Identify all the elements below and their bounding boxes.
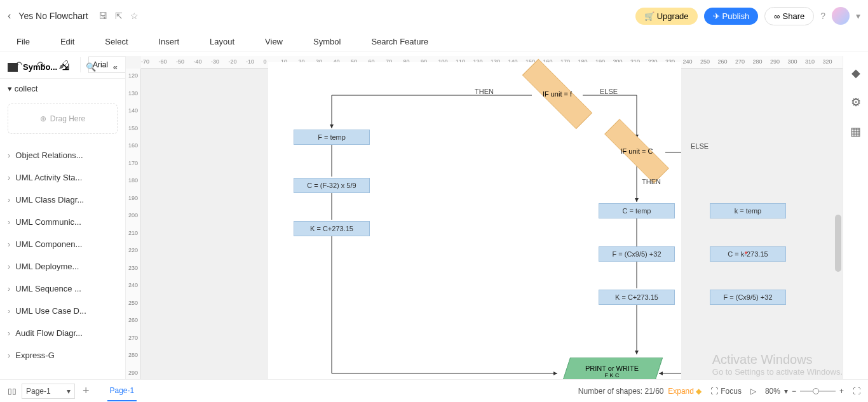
publish-label: Publish (722, 11, 750, 21)
chevron-down-icon[interactable]: ▾ (784, 387, 788, 396)
category-uml-usecase[interactable]: UML Use Case D... (0, 300, 125, 322)
theme-icon[interactable]: ◆ (851, 66, 860, 80)
panel-expand-icon[interactable]: ⇲ (62, 62, 69, 72)
marker-dot (745, 251, 747, 254)
collect-section[interactable]: ▾ collect (0, 79, 125, 98)
cart-icon: 🛒 (644, 11, 654, 21)
zoom-in-button[interactable]: + (839, 387, 844, 396)
back-button[interactable]: ‹ (8, 10, 11, 22)
output-print-write[interactable]: PRINT or WRITEF K C (561, 358, 663, 379)
zoom-slider[interactable] (800, 391, 836, 392)
share-label: Share (783, 11, 805, 21)
ruler-vertical: 1201301401501601701801902002102202302402… (126, 69, 141, 379)
avatar-menu-chevron[interactable]: ▾ (856, 11, 860, 21)
symbol-library-icon (8, 63, 18, 72)
plus-icon: ⊕ (40, 114, 46, 123)
label-else: ELSE (600, 88, 618, 95)
category-audit-flow[interactable]: Audit Flow Diagr... (0, 322, 125, 344)
decision-if-unit-f[interactable]: IF unit = f (519, 75, 595, 113)
collect-label: collect (15, 84, 38, 93)
share-button[interactable]: ∞Share (764, 7, 814, 25)
menu-select[interactable]: Select (105, 37, 128, 46)
process-c-temp[interactable]: C = temp (599, 203, 675, 218)
category-object-relations[interactable]: Object Relations... (0, 144, 125, 166)
category-uml-communic[interactable]: UML Communic... (0, 211, 125, 233)
shape-text: IF unit = f (543, 90, 572, 98)
zoom-handle[interactable] (813, 388, 819, 394)
vertical-scrollbar[interactable] (835, 215, 841, 272)
send-icon: ✈ (713, 11, 720, 21)
play-button[interactable]: ▷ (750, 387, 756, 396)
menu-insert[interactable]: Insert (159, 37, 180, 46)
menu-layout[interactable]: Layout (210, 37, 234, 46)
menu-edit[interactable]: Edit (60, 37, 74, 46)
zoom-value[interactable]: 80% (765, 387, 780, 396)
outline-icon[interactable]: ▯▯ (8, 387, 17, 396)
category-uml-class[interactable]: UML Class Diagr... (0, 189, 125, 211)
search-icon[interactable]: 🔍 (86, 62, 96, 72)
label-then: THEN (475, 88, 494, 95)
process-c-formula2[interactable]: C = k-273.15 (710, 246, 786, 262)
export-icon[interactable]: ⇱ (115, 11, 123, 21)
page-setup-icon[interactable]: ⚙ (851, 95, 861, 109)
upgrade-label: Upgrade (657, 11, 689, 21)
process-k-formula2[interactable]: K = C+273.15 (599, 290, 675, 305)
fullscreen-button[interactable]: ⛶ (853, 387, 860, 396)
save-icon[interactable]: 🖫 (98, 11, 107, 21)
process-k-formula[interactable]: K = C+273.15 (294, 221, 370, 236)
document-title: Yes No Flowchart (18, 11, 88, 21)
diamond-icon: ◆ (696, 387, 702, 396)
focus-icon: ⛶ (710, 387, 718, 396)
category-uml-activity[interactable]: UML Activity Sta... (0, 166, 125, 189)
menu-symbol[interactable]: Symbol (313, 37, 341, 46)
page-select-value: Page-1 (26, 387, 51, 396)
label-then-2: THEN (642, 178, 661, 185)
page-select[interactable]: Page-1▾ (22, 384, 75, 399)
category-uml-sequence[interactable]: UML Sequence ... (0, 278, 125, 300)
process-f-formula[interactable]: F = (Cx9/5) +32 (599, 246, 675, 262)
zoom-out-button[interactable]: − (792, 387, 796, 396)
avatar[interactable] (832, 7, 850, 25)
process-c-formula[interactable]: C = (F-32) x 5/9 (294, 178, 370, 193)
category-uml-component[interactable]: UML Componen... (0, 233, 125, 255)
expand-link[interactable]: Expand (668, 387, 694, 396)
process-k-temp[interactable]: k = temp (710, 203, 786, 218)
process-f-formula2[interactable]: F = (Cx9/5) +32 (710, 290, 786, 305)
collapse-panel-icon[interactable]: « (113, 62, 118, 72)
star-icon[interactable]: ☆ (130, 11, 139, 21)
category-express-g[interactable]: Express-G (0, 344, 125, 366)
shape-text: IF unit = C (620, 147, 653, 155)
menu-search-feature[interactable]: Search Feature (371, 37, 428, 46)
add-page-button[interactable]: + (83, 384, 90, 398)
menu-file[interactable]: File (17, 37, 30, 46)
publish-button[interactable]: ✈Publish (704, 8, 759, 25)
menu-view[interactable]: View (265, 37, 283, 46)
decision-if-unit-c[interactable]: IF unit = C (602, 133, 672, 169)
panel-title: Symbo... (23, 62, 57, 72)
canvas-area[interactable]: -70-60-50-40-30-20-100102030405060708090… (126, 56, 868, 379)
upgrade-button[interactable]: 🛒Upgrade (635, 8, 698, 25)
apps-icon[interactable]: ▦ (850, 124, 861, 138)
drag-here-label: Drag Here (50, 114, 85, 123)
drag-here-zone[interactable]: ⊕Drag Here (8, 104, 118, 134)
shapes-count: Number of shapes: 21/60 Expand ◆ (578, 387, 702, 396)
shape-subtext: F K C (604, 372, 619, 379)
focus-button[interactable]: ⛶Focus (710, 387, 742, 396)
canvas-page[interactable]: IF unit = f THEN ELSE F = temp C = (F-32… (268, 62, 681, 379)
share-icon: ∞ (774, 11, 780, 21)
help-icon[interactable]: ? (820, 11, 825, 21)
label-else-2: ELSE (691, 142, 709, 150)
category-uml-deploy[interactable]: UML Deployme... (0, 255, 125, 278)
chevron-down-icon: ▾ (67, 387, 71, 396)
focus-label: Focus (721, 387, 742, 396)
process-f-temp[interactable]: F = temp (294, 130, 370, 145)
shape-text: PRINT or WRITE (585, 365, 639, 372)
page-tab[interactable]: Page-1 (107, 381, 137, 401)
